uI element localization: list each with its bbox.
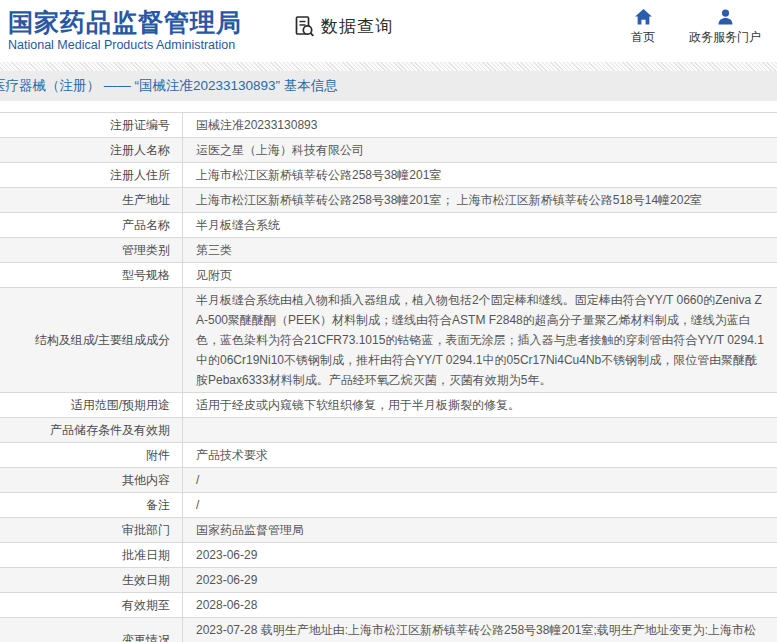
row-value: 运医之星（上海）科技有限公司 xyxy=(183,138,777,162)
row-label: 产品名称 xyxy=(0,213,183,237)
row-label: 生产地址 xyxy=(0,188,183,212)
table-row-product-name: 产品名称 半月板缝合系统 xyxy=(0,213,777,238)
table-row-approval-dept: 审批部门 国家药品监督管理局 xyxy=(0,518,777,543)
breadcrumb: 医疗器械（注册） —— “国械注准20233130893” 基本信息 xyxy=(0,77,338,95)
row-value: 适用于经皮或内窥镜下软组织修复，用于半月板撕裂的修复。 xyxy=(183,393,777,417)
row-value: 半月板缝合系统 xyxy=(183,213,777,237)
table-row-registrant-name: 注册人名称 运医之星（上海）科技有限公司 xyxy=(0,138,777,163)
nav-portal[interactable]: 政务服务门户 xyxy=(689,8,761,46)
nav-home[interactable]: 首页 xyxy=(623,8,663,46)
row-value: 国械注准20233130893 xyxy=(183,113,777,137)
row-label: 管理类别 xyxy=(0,238,183,262)
row-label: 结构及组成/主要组成成分 xyxy=(0,288,183,392)
row-label: 适用范围/预期用途 xyxy=(0,393,183,417)
row-label: 附件 xyxy=(0,443,183,467)
row-label: 注册证编号 xyxy=(0,113,183,137)
agency-logo: 国家药品监督管理局 National Medical Products Admi… xyxy=(8,7,242,53)
row-value: 产品技术要求 xyxy=(183,443,777,467)
nav-portal-label: 政务服务门户 xyxy=(689,29,761,46)
row-label: 批准日期 xyxy=(0,543,183,567)
page-header: 国家药品监督管理局 National Medical Products Admi… xyxy=(0,0,777,62)
table-row-cert-number: 注册证编号 国械注准20233130893 xyxy=(0,113,777,138)
user-icon xyxy=(716,8,735,29)
table-row-other-content: 其他内容 / xyxy=(0,468,777,493)
nav-data-query-label: 数据查询 xyxy=(321,15,393,38)
row-label: 注册人住所 xyxy=(0,163,183,187)
table-row-registrant-address: 注册人住所 上海市松江区新桥镇莘砖公路258号38幢201室 xyxy=(0,163,777,188)
row-value: 国家药品监督管理局 xyxy=(183,518,777,542)
table-row-management-class: 管理类别 第三类 xyxy=(0,238,777,263)
breadcrumb-bar: 医疗器械（注册） —— “国械注准20233130893” 基本信息 xyxy=(0,71,777,101)
row-label: 其他内容 xyxy=(0,468,183,492)
nav-home-label: 首页 xyxy=(631,29,655,46)
row-value xyxy=(183,418,777,442)
table-row-remark: 备注 / xyxy=(0,493,777,518)
row-label: 变更情况 xyxy=(0,618,183,642)
row-value: 2028-06-28 xyxy=(183,593,777,617)
nav-data-query[interactable]: 数据查询 xyxy=(292,14,393,38)
row-value: / xyxy=(183,493,777,517)
row-value: 2023-06-29 xyxy=(183,543,777,567)
table-row-storage-validity: 产品储存条件及有效期 xyxy=(0,418,777,443)
row-value: 2023-06-29 xyxy=(183,568,777,592)
table-row-intended-use: 适用范围/预期用途 适用于经皮或内窥镜下软组织修复，用于半月板撕裂的修复。 xyxy=(0,393,777,418)
table-row-model-spec: 型号规格 见附页 xyxy=(0,263,777,288)
registration-info-table: 注册证编号 国械注准20233130893 注册人名称 运医之星（上海）科技有限… xyxy=(0,112,777,642)
row-label: 备注 xyxy=(0,493,183,517)
table-row-composition: 结构及组成/主要组成成分 半月板缝合系统由植入物和插入器组成，植入物包括2个固定… xyxy=(0,288,777,393)
spacer xyxy=(0,101,777,112)
row-value: 第三类 xyxy=(183,238,777,262)
table-row-change-info: 变更情况 2023-07-28 载明生产地址由:上海市松江区新桥镇莘砖公路258… xyxy=(0,618,777,642)
table-row-expiry-date: 有效期至 2028-06-28 xyxy=(0,593,777,618)
row-value: / xyxy=(183,468,777,492)
table-row-production-address: 生产地址 上海市松江区新桥镇莘砖公路258号38幢201室； 上海市松江区新桥镇… xyxy=(0,188,777,213)
row-label: 注册人名称 xyxy=(0,138,183,162)
row-label: 生效日期 xyxy=(0,568,183,592)
row-label: 有效期至 xyxy=(0,593,183,617)
row-label: 产品储存条件及有效期 xyxy=(0,418,183,442)
row-label: 审批部门 xyxy=(0,518,183,542)
home-icon xyxy=(634,8,653,29)
agency-title: 国家药品监督管理局 xyxy=(8,7,242,37)
row-value: 见附页 xyxy=(183,263,777,287)
table-row-approval-date: 批准日期 2023-06-29 xyxy=(0,543,777,568)
row-value: 2023-07-28 载明生产地址由:上海市松江区新桥镇莘砖公路258号38幢2… xyxy=(183,618,777,642)
agency-subtitle: National Medical Products Administration xyxy=(8,37,242,53)
row-value: 半月板缝合系统由植入物和插入器组成，植入物包括2个固定棒和缝线。固定棒由符合YY… xyxy=(183,288,777,392)
row-value: 上海市松江区新桥镇莘砖公路258号38幢201室； 上海市松江区新桥镇莘砖公路5… xyxy=(183,188,777,212)
document-search-icon xyxy=(292,14,321,38)
table-row-attachment: 附件 产品技术要求 xyxy=(0,443,777,468)
table-row-effective-date: 生效日期 2023-06-29 xyxy=(0,568,777,593)
row-label: 型号规格 xyxy=(0,263,183,287)
hatch-divider xyxy=(0,62,777,71)
row-value: 上海市松江区新桥镇莘砖公路258号38幢201室 xyxy=(183,163,777,187)
